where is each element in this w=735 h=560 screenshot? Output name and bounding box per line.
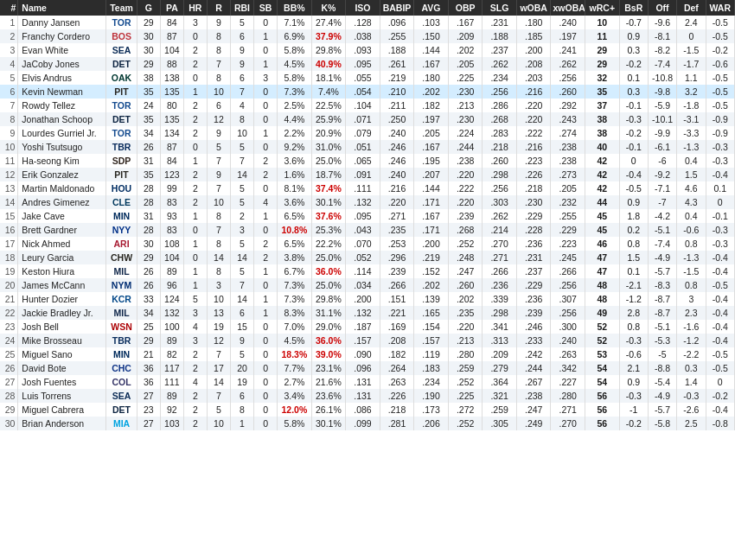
- stat-cell: .223: [551, 237, 585, 251]
- stat-cell: .203: [516, 71, 551, 85]
- stat-cell: .095: [346, 57, 380, 71]
- team-cell: PIT: [106, 85, 137, 99]
- stat-cell: 36: [137, 361, 160, 375]
- rank-cell: 4: [0, 57, 18, 71]
- stat-cell: 5: [230, 347, 253, 361]
- stat-cell: 0: [706, 375, 735, 389]
- stat-cell: 117: [160, 361, 183, 375]
- rank-cell: 25: [0, 347, 18, 361]
- stat-cell: .205: [551, 181, 585, 195]
- stat-cell: 14: [230, 292, 253, 306]
- rank-cell: 12: [0, 168, 18, 181]
- k-pct-cell: 29.0%: [311, 320, 346, 334]
- rank-cell: 6: [0, 85, 18, 99]
- table-row: 29Miguel CabreraDET2392258012.0%26.1%.08…: [0, 403, 735, 417]
- stat-cell: .197: [551, 29, 585, 43]
- rank-cell: 7: [0, 99, 18, 112]
- bsr-cell: -0.2: [619, 57, 648, 71]
- stat-cell: 138: [160, 71, 183, 85]
- stat-cell: .200: [516, 43, 551, 57]
- stat-cell: .173: [414, 403, 449, 417]
- stat-cell: -0.4: [706, 334, 735, 347]
- rank-cell: 20: [0, 278, 18, 292]
- stat-cell: 2: [183, 403, 207, 417]
- k-pct-cell: 22.5%: [311, 99, 346, 112]
- stat-cell: .210: [380, 85, 414, 99]
- stat-cell: 2.4: [677, 16, 706, 29]
- stat-cell: .144: [414, 181, 449, 195]
- col-pa: PA: [160, 0, 183, 16]
- stat-cell: 104: [160, 251, 183, 264]
- stat-cell: -4.2: [648, 209, 676, 223]
- stat-cell: .236: [516, 237, 551, 251]
- k-pct-cell: 31.0%: [311, 140, 346, 154]
- name-cell: Brett Gardner: [18, 223, 106, 237]
- stat-cell: 89: [160, 334, 183, 347]
- stat-cell: -6: [648, 154, 676, 168]
- stat-cell: -5.9: [648, 99, 676, 112]
- rank-cell: 19: [0, 264, 18, 278]
- stat-cell: -6.1: [648, 140, 676, 154]
- stat-cell: 8: [207, 71, 230, 85]
- k-pct-cell: 23.6%: [311, 389, 346, 403]
- stat-cell: .255: [551, 209, 585, 223]
- k-pct-cell: 20.9%: [311, 126, 346, 140]
- stat-cell: 30: [137, 29, 160, 43]
- stat-cell: -0.6: [677, 223, 706, 237]
- bsr-cell: -0.4: [619, 168, 648, 181]
- wrc-cell: 52: [585, 334, 620, 347]
- stat-cell: .169: [380, 320, 414, 334]
- name-cell: Brian Anderson: [18, 417, 106, 430]
- stat-cell: 1: [254, 264, 278, 278]
- stat-cell: .209: [448, 29, 483, 43]
- stat-cell: .065: [346, 154, 380, 168]
- stat-cell: .131: [346, 389, 380, 403]
- stat-cell: -0.2: [706, 43, 735, 57]
- stat-cell: .054: [346, 85, 380, 99]
- bsr-cell: -0.6: [619, 347, 648, 361]
- stat-cell: 7: [230, 154, 253, 168]
- stat-cell: -5.1: [648, 223, 676, 237]
- stat-cell: .234: [414, 375, 449, 389]
- team-cell: KCR: [106, 292, 137, 306]
- team-cell: TBR: [106, 140, 137, 154]
- stat-cell: .233: [516, 334, 551, 347]
- stat-cell: -0.4: [706, 403, 735, 417]
- stat-cell: .274: [551, 126, 585, 140]
- table-row: 27Josh FuentesCOL361114141902.7%21.6%.13…: [0, 375, 735, 389]
- stat-cell: 5: [207, 403, 230, 417]
- rank-cell: 22: [0, 306, 18, 320]
- stat-cell: -5.1: [648, 320, 676, 334]
- rank-cell: 10: [0, 140, 18, 154]
- stat-cell: -4.9: [648, 251, 676, 264]
- bsr-cell: 0.1: [619, 71, 648, 85]
- stat-cell: .252: [448, 375, 483, 389]
- wrc-cell: 47: [585, 251, 620, 264]
- team-cell: DET: [106, 403, 137, 417]
- wrc-cell: 56: [585, 389, 620, 403]
- stat-cell: .167: [448, 16, 483, 29]
- stat-cell: .229: [551, 223, 585, 237]
- stat-cell: .197: [414, 112, 449, 126]
- bb-pct-cell: 12.0%: [278, 403, 312, 417]
- stat-cell: 0: [183, 140, 207, 154]
- stat-cell: 89: [160, 389, 183, 403]
- stat-cell: .200: [346, 292, 380, 306]
- stat-cell: 83: [160, 223, 183, 237]
- bb-pct-cell: 2.7%: [278, 375, 312, 389]
- stat-cell: .300: [551, 320, 585, 334]
- stat-cell: 3: [254, 71, 278, 85]
- table-row: 7Rowdy TellezTOR248026402.5%22.5%.104.21…: [0, 99, 735, 112]
- name-cell: Miguel Cabrera: [18, 403, 106, 417]
- stat-cell: .187: [346, 320, 380, 334]
- stat-cell: -5: [648, 347, 676, 361]
- stat-cell: .171: [414, 195, 449, 209]
- col-name: Name: [18, 0, 106, 16]
- stat-cell: 103: [160, 417, 183, 430]
- stat-cell: 10: [207, 85, 230, 99]
- stat-cell: -0.4: [706, 251, 735, 264]
- bb-pct-cell: 7.1%: [278, 16, 312, 29]
- stat-cell: .079: [346, 126, 380, 140]
- stat-cell: 2: [183, 168, 207, 181]
- stat-cell: 7: [207, 389, 230, 403]
